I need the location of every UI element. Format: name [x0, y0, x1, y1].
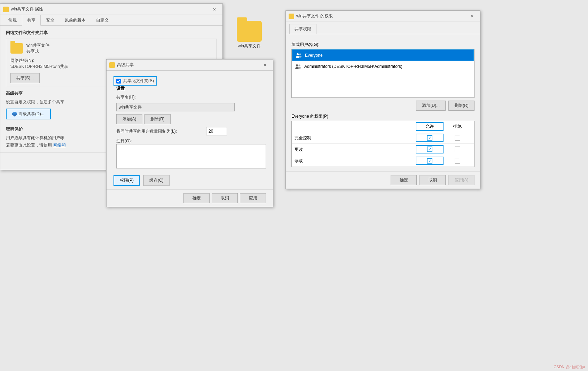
advanced-close-btn[interactable]: ✕	[257, 60, 273, 71]
comment-label: 注释(O):	[116, 138, 266, 144]
svg-point-0	[297, 53, 299, 55]
tab-share[interactable]: 共享	[22, 15, 41, 26]
advanced-title-icon	[109, 62, 115, 68]
user-list-item-everyone[interactable]: Everyone	[292, 49, 474, 61]
svg-point-2	[299, 54, 301, 55]
permissions-window: win共享文件 的权限 ✕ 共享权限 组或用户名(G): Everyone	[285, 10, 480, 189]
permissions-tab[interactable]: 共享权限	[289, 24, 316, 34]
perm-row-change: 更改	[292, 144, 474, 155]
properties-close-btn[interactable]: ✕	[206, 4, 222, 15]
tab-general[interactable]: 常规	[3, 15, 22, 26]
password-link[interactable]: 网络和	[53, 143, 66, 148]
share-name-label: 共享名(H):	[116, 94, 141, 100]
add-remove-row: 添加(A) 删除(R)	[116, 114, 266, 124]
folder-icon-small	[10, 43, 23, 54]
add-user-button[interactable]: 添加(D)...	[416, 101, 446, 111]
perm-allow-change-cell	[416, 145, 444, 153]
advanced-title: 高级共享	[117, 62, 255, 68]
properties-titlebar: win共享文件 属性 ✕	[0, 4, 222, 15]
settings-title: 设置	[116, 86, 266, 92]
properties-title-icon	[3, 7, 9, 12]
perm-deny-change-checkbox[interactable]	[455, 147, 460, 152]
share-name-row: 共享名(H):	[116, 94, 266, 100]
svg-point-6	[299, 65, 300, 66]
advanced-apply-button[interactable]: 应用	[240, 193, 266, 203]
comment-row: 注释(O):	[116, 138, 266, 169]
password-desc2: 若要更改此设置，请使用	[6, 143, 52, 148]
settings-section: 设置 共享名(H): 添加(A) 删除(R) 将同时共享的用户数量限制为(L):…	[116, 86, 266, 169]
users-icon	[295, 52, 302, 59]
desktop-folder-icon	[237, 21, 262, 42]
admins-label: Administrators (DESKTOP-RH3IM5H\Administ…	[304, 64, 402, 69]
advanced-cancel-button[interactable]: 取消	[212, 193, 238, 203]
user-add-remove-row: 添加(D)... 删除(R)	[291, 101, 475, 111]
advanced-ok-button[interactable]: 确定	[183, 193, 210, 203]
user-list-item-admins[interactable]: Administrators (DESKTOP-RH3IM5H\Administ…	[292, 61, 474, 72]
perm-col-deny-header: 拒绝	[444, 124, 471, 129]
add-share-button[interactable]: 添加(A)	[116, 114, 142, 124]
folder-name-label: win共享文件	[26, 42, 49, 48]
perm-allow-change-checkbox[interactable]	[427, 147, 432, 152]
perm-section-label: Everyone 的权限(P)	[291, 113, 475, 119]
permissions-title: win共享文件 的权限	[296, 13, 462, 19]
advanced-sharing-button[interactable]: 高级共享(D)...	[6, 109, 51, 119]
watermark: CSDN @a佳眠佳a	[554, 364, 585, 370]
folder-info: win共享文件 共享式	[26, 42, 49, 54]
perm-deny-read-checkbox[interactable]	[455, 158, 460, 164]
desktop-folder: win共享文件	[237, 21, 262, 49]
svg-point-3	[299, 56, 301, 58]
perm-table-header: 允许 拒绝	[292, 121, 474, 132]
share-button[interactable]: 共享(S)...	[10, 73, 40, 83]
comment-textarea[interactable]	[116, 144, 266, 168]
cache-button[interactable]: 缓存(C)	[143, 175, 170, 186]
group-label: 组或用户名(G):	[291, 42, 475, 48]
desktop-folder-label: win共享文件	[238, 43, 261, 49]
perm-row-fullcontrol: 完全控制	[292, 132, 474, 144]
user-list: Everyone Administrators (DESKTOP-RH3IM5H…	[291, 49, 475, 98]
shield-icon	[12, 112, 17, 117]
limit-row: 将同时共享的用户数量限制为(L):	[116, 127, 266, 135]
remove-share-button[interactable]: 删除(R)	[144, 114, 171, 124]
share-mode-label: 共享式	[26, 48, 49, 54]
perm-name-change: 更改	[295, 147, 416, 152]
advanced-footer: 确定 取消 应用	[107, 189, 273, 207]
share-folder-checkbox[interactable]	[116, 79, 121, 84]
limit-label: 将同时共享的用户数量限制为(L):	[116, 128, 203, 134]
properties-tab-bar: 常规 共享 安全 以前的版本 自定义	[0, 15, 222, 26]
share-name-input-row	[116, 103, 266, 111]
tab-security[interactable]: 安全	[41, 15, 60, 26]
remove-user-button[interactable]: 删除(R)	[448, 101, 475, 111]
tab-custom[interactable]: 自定义	[91, 15, 114, 26]
permissions-tab-bar: 共享权限	[286, 22, 480, 34]
share-folder-label: 共享此文件夹(S)	[123, 78, 154, 84]
advanced-sharing-window: 高级共享 ✕ 共享此文件夹(S) 设置 共享名(H): 添加(A) 删除(R)	[106, 59, 273, 207]
share-name-input[interactable]	[116, 103, 235, 111]
svg-point-4	[296, 64, 298, 66]
network-sharing-title: 网络文件和文件夹共享	[6, 30, 217, 36]
limit-input[interactable]	[206, 127, 227, 135]
perm-allow-read-checkbox[interactable]	[427, 158, 432, 164]
permissions-cancel-button[interactable]: 取消	[420, 175, 446, 185]
perm-name-read: 读取	[295, 158, 416, 164]
tab-previous[interactable]: 以前的版本	[60, 15, 91, 26]
permissions-table: 允许 拒绝 完全控制 更改	[291, 121, 475, 167]
perm-allow-read-cell	[416, 157, 444, 165]
perm-allow-fullcontrol-cell	[416, 134, 444, 142]
permissions-content: 组或用户名(G): Everyone	[286, 34, 480, 171]
perm-allow-fullcontrol-checkbox[interactable]	[427, 135, 432, 141]
perm-deny-fullcontrol-checkbox[interactable]	[455, 135, 460, 141]
advanced-titlebar: 高级共享 ✕	[107, 60, 273, 71]
permissions-ok-button[interactable]: 确定	[391, 175, 417, 185]
permissions-titlebar: win共享文件 的权限 ✕	[286, 11, 480, 22]
permissions-button[interactable]: 权限(P)	[113, 175, 140, 186]
everyone-label: Everyone	[305, 53, 323, 58]
perm-deny-read-cell	[444, 158, 471, 164]
properties-title: win共享文件 属性	[11, 6, 204, 12]
perm-name-fullcontrol: 完全控制	[295, 135, 416, 141]
permissions-close-btn[interactable]: ✕	[464, 11, 480, 22]
folder-row: win共享文件 共享式	[10, 42, 212, 54]
users-icon-2	[295, 63, 301, 70]
share-folder-checkbox-row: 共享此文件夹(S)	[113, 76, 157, 86]
permissions-title-icon	[289, 14, 294, 19]
advanced-perm-row: 权限(P) 缓存(C)	[107, 175, 273, 189]
